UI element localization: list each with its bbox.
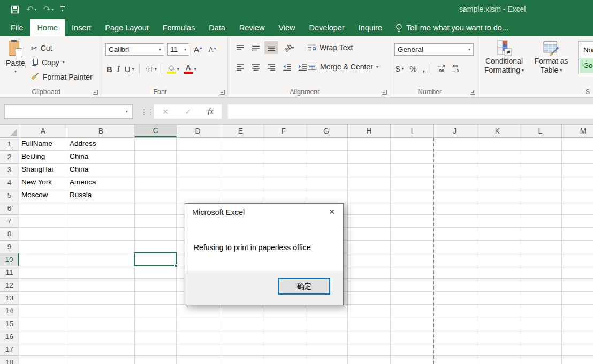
cell-I14[interactable] [391,305,434,317]
cell-D4[interactable] [177,176,219,189]
row-header-7[interactable]: 7 [0,215,19,228]
cell-A16[interactable] [19,330,67,343]
cell-F2[interactable] [262,151,305,164]
decrease-indent-button[interactable] [280,60,294,73]
decrease-decimal-button[interactable]: .00 →.0 [451,64,459,73]
cell-E17[interactable] [219,343,262,356]
cell-F16[interactable] [262,330,305,343]
tab-review[interactable]: Review [232,19,272,36]
cell-style-good[interactable]: Good [580,58,593,73]
cell-J3[interactable] [434,164,476,176]
cell-M14[interactable] [562,305,593,317]
cell-B7[interactable] [67,215,135,228]
cell-A7[interactable] [19,215,67,228]
cell-F4[interactable] [262,176,305,189]
cell-H8[interactable] [348,228,391,241]
customize-quick-access-button[interactable]: ▾ [60,6,65,13]
tab-developer[interactable]: Developer [302,19,352,36]
cell-I6[interactable] [391,202,434,215]
cell-C15[interactable] [135,317,177,330]
cell-D3[interactable] [177,164,219,176]
cell-J5[interactable] [434,189,476,202]
format-as-table-button[interactable]: Format as Table▾ [528,40,575,75]
decrease-font-size-button[interactable]: A▼ [207,46,218,53]
cell-E16[interactable] [219,330,262,343]
cell-C6[interactable] [135,202,177,215]
cell-L16[interactable] [519,330,562,343]
undo-dropdown-icon[interactable]: ▾ [34,7,36,12]
cell-G3[interactable] [305,164,348,176]
cell-L5[interactable] [519,189,562,202]
name-box-dropdown-icon[interactable]: ▾ [126,109,128,114]
cell-D16[interactable] [177,330,219,343]
cell-L10[interactable] [519,253,562,266]
cell-E3[interactable] [219,164,262,176]
cell-C11[interactable] [135,266,177,279]
cell-E1[interactable] [219,138,262,151]
tab-data[interactable]: Data [202,19,232,36]
cell-E14[interactable] [219,305,262,317]
cell-K17[interactable] [476,343,519,356]
cell-K11[interactable] [476,266,519,279]
redo-button[interactable]: ↷▾ [43,5,54,14]
cell-M11[interactable] [562,266,593,279]
underline-button[interactable]: U▾ [125,65,134,74]
number-format-select[interactable]: General ▾ [394,43,474,56]
column-header-E[interactable]: E [219,125,262,137]
cell-B6[interactable] [67,202,135,215]
active-cell-selection[interactable] [134,252,177,266]
cell-C5[interactable] [135,189,177,202]
cell-B9[interactable] [67,241,135,253]
column-header-M[interactable]: M [562,125,593,137]
redo-dropdown-icon[interactable]: ▾ [51,7,54,12]
cell-H15[interactable] [348,317,391,330]
cell-B11[interactable] [67,266,135,279]
cell-I17[interactable] [391,343,434,356]
cell-H1[interactable] [348,138,391,151]
column-header-J[interactable]: J [434,125,476,137]
cell-H11[interactable] [348,266,391,279]
column-header-H[interactable]: H [348,125,391,137]
cell-F15[interactable] [262,317,305,330]
cell-D1[interactable] [177,138,219,151]
cell-H17[interactable] [348,343,391,356]
formula-bar-resize-handle[interactable]: ⋮⋮ [140,104,153,119]
copy-dropdown-icon[interactable]: ▾ [63,60,65,65]
cell-A3[interactable]: ShangHai [19,164,67,176]
cell-J15[interactable] [434,317,476,330]
cell-K18[interactable] [476,356,519,364]
font-color-dropdown-icon[interactable]: ▾ [194,67,196,72]
select-all-corner[interactable] [0,125,19,137]
cell-F18[interactable] [262,356,305,364]
cell-L2[interactable] [519,151,562,164]
column-header-K[interactable]: K [476,125,519,137]
tab-inquire[interactable]: Inquire [352,19,389,36]
column-header-I[interactable]: I [391,125,434,137]
cell-E15[interactable] [219,317,262,330]
middle-align-button[interactable] [249,41,263,54]
cell-D14[interactable] [177,305,219,317]
cell-J10[interactable] [434,253,476,266]
cell-L6[interactable] [519,202,562,215]
cell-K5[interactable] [476,189,519,202]
cell-F1[interactable] [262,138,305,151]
row-header-9[interactable]: 9 [0,241,19,253]
cell-E18[interactable] [219,356,262,364]
cell-I4[interactable] [391,176,434,189]
cell-F17[interactable] [262,343,305,356]
cell-K14[interactable] [476,305,519,317]
merge-center-dropdown-icon[interactable]: ▾ [376,65,378,69]
cell-C12[interactable] [135,279,177,292]
cell-D2[interactable] [177,151,219,164]
cell-I8[interactable] [391,228,434,241]
paste-button[interactable]: Paste ▾ [3,40,28,74]
cell-M10[interactable] [562,253,593,266]
copy-button[interactable]: Copy ▾ [31,55,93,69]
align-left-button[interactable] [233,60,247,73]
cell-L15[interactable] [519,317,562,330]
cell-J13[interactable] [434,292,476,305]
borders-dropdown-icon[interactable]: ▾ [155,67,157,72]
cell-A10[interactable] [19,253,67,266]
align-center-button[interactable] [249,60,263,73]
cell-J2[interactable] [434,151,476,164]
